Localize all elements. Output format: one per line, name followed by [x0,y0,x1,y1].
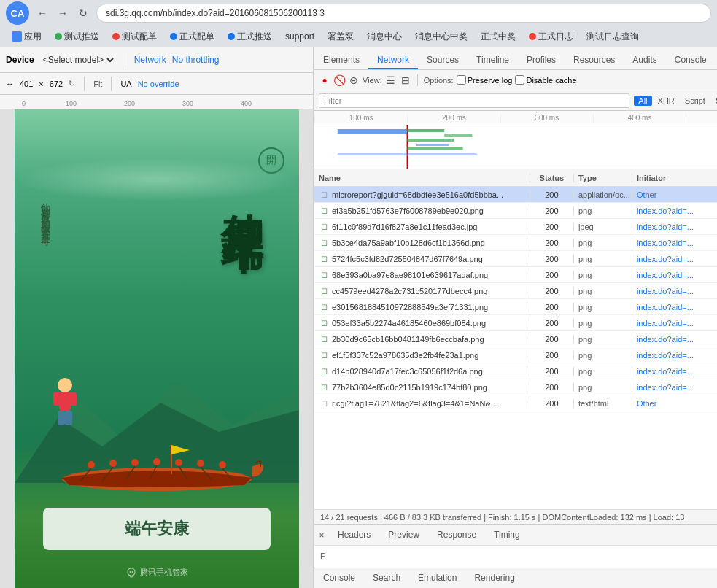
filter-all[interactable]: All [634,96,651,106]
filter-style[interactable]: Style [711,96,717,106]
refresh-button[interactable]: ↻ [74,4,92,22]
bookmark-test-log[interactable]: 测试日志查询 [581,29,645,45]
bookmarks-bar: 应用 测试推送 测试配单 正式配单 正式推送 support 署盖泵 消息中心 … [0,26,717,47]
detail-panel: × Headers Preview Response Timing F [314,524,717,568]
bottom-tab-rendering[interactable]: Rendering [471,570,517,587]
table-row[interactable]: ◻ microreport?gjguid=68dbdfee3e516a0fd5b… [314,187,717,203]
bookmark-cover[interactable]: 署盖泵 [322,29,360,45]
table-row[interactable]: ◻ 6f11c0f89d7d16f827a8e1c11fead3ec.jpg 2… [314,219,717,235]
tab-console[interactable]: Console [666,52,716,69]
filter-input[interactable] [319,93,629,108]
table-row[interactable]: ◻ ef3a5b251fd5763e7f6008789eb9e020.png 2… [314,203,717,219]
row-status: 200 [530,206,574,215]
bookmark-formal-push[interactable]: 正式推送 [222,29,278,45]
device-toolbar2: ↔ 401 × 672 ↻ Fit UA No override [0,73,313,95]
start-button[interactable]: 端午安康 [43,508,271,550]
row-name: r.cgi?flag1=7821&flag2=6&flag3=4&1=NaN&.… [332,399,497,408]
row-type: png [574,239,632,247]
table-row[interactable]: ◻ e3015681884510972888549a3ef71331.png 2… [314,299,717,315]
table-row[interactable]: ◻ 2b30d9c65cb16bb0481149fb6eccbafa.png 2… [314,331,717,347]
view-label: View: [363,76,382,85]
bookmark-formal-prize[interactable]: 正式中奖 [475,29,522,45]
throttle-button[interactable]: No throttling [172,55,220,65]
preserve-log-label[interactable]: Preserve log [457,75,513,85]
list-view-icon[interactable]: ☰ [385,74,397,86]
bookmark-msg-center[interactable]: 消息中心 [361,29,408,45]
timeline-chart [314,125,717,169]
table-row[interactable]: ◻ 5b3ce4da75a9abf10b128d6cf1b1366d.png 2… [314,235,717,251]
bookmark-msg-prize[interactable]: 消息中心中奖 [409,29,473,45]
toolbar-separator2 [417,74,418,86]
phone-frame: 開 伙刘雄舟黄遨癌神肉粽佩驱香五囊毒 仲夏端午 [15,109,299,588]
disable-cache-label[interactable]: Disable cache [515,75,576,85]
row-status: 200 [530,271,574,279]
bookmark-formal-log[interactable]: 正式日志 [523,29,579,45]
file-type-icon: ◻ [319,318,329,328]
tab-network[interactable]: Network [368,52,418,69]
timeline-area: 100 ms 200 ms 300 ms 400 ms 500 m [314,111,717,169]
address-bar[interactable]: sdi.3g.qq.com/nb/index.do?aid=2016060815… [96,4,711,23]
festival-content: 開 伙刘雄舟黄遨癌神肉粽佩驱香五囊毒 仲夏端午 [15,109,299,588]
filter-script[interactable]: Script [681,96,710,106]
bookmark-test-push[interactable]: 测试推送 [49,29,105,45]
timeline-500ms: 500 m [686,114,717,122]
tab-elements[interactable]: Elements [314,52,368,69]
filter-xhr[interactable]: XHR [654,96,679,106]
bottom-tab-search[interactable]: Search [370,570,403,587]
bottom-tab-console[interactable]: Console [320,570,358,587]
record-icon[interactable]: ● [319,74,330,86]
filter-icon[interactable]: ⊝ [348,74,360,86]
clear-icon[interactable]: 🚫 [333,74,345,86]
table-row[interactable]: ◻ d14b028940d7a17fec3c65056f1f2d6a.png 2… [314,363,717,379]
detail-tabs: × Headers Preview Response Timing [314,525,717,546]
rotate-icon[interactable]: ↔ [6,80,14,88]
bookmark-support[interactable]: support [279,30,320,43]
tree-view-icon[interactable]: ⊟ [400,74,411,86]
row-initiator: index.do?aid=... [632,206,717,215]
tab-profiles[interactable]: Profiles [518,52,565,69]
tab-resources[interactable]: Resources [565,52,624,69]
detail-tab-response[interactable]: Response [428,527,485,544]
file-type-icon: ◻ [319,286,329,296]
tab-sources[interactable]: Sources [418,52,468,69]
row-initiator: index.do?aid=... [632,303,717,312]
table-row[interactable]: ◻ 68e393a0ba97e8ae98101e639617adaf.png 2… [314,267,717,283]
svg-point-8 [197,460,204,467]
bookmark-apps[interactable]: 应用 [6,29,47,45]
row-status: 200 [530,351,574,360]
bookmark-test-single[interactable]: 测试配单 [106,29,163,45]
row-type: png [574,351,632,360]
tab-audits[interactable]: Audits [624,52,665,69]
disable-cache-checkbox[interactable] [515,75,524,85]
svg-point-25 [129,571,131,573]
table-row[interactable]: ◻ 77b2b3604e85d0c2115b1919c174bf80.png 2… [314,379,717,395]
table-row[interactable]: ◻ cc4579eed4278a2c731c520177dbecc4.png 2… [314,283,717,299]
device-model-select[interactable]: <Select model> [40,54,116,66]
row-type: png [574,335,632,344]
bookmark-formal-single[interactable]: 正式配单 [164,29,220,45]
refresh-icon[interactable]: ↻ [69,79,75,88]
svg-point-7 [175,459,182,466]
detail-close-button[interactable]: × [314,528,329,543]
table-row[interactable]: ◻ 053ef33a5b2274a46185460e869bf084.png 2… [314,315,717,331]
file-type-icon: ◻ [319,334,329,344]
table-row[interactable]: ◻ 5724fc5c3fd82d725504847d67f7649a.png 2… [314,251,717,267]
detail-tab-preview[interactable]: Preview [379,527,428,544]
network-button[interactable]: Network [134,55,166,65]
row-name: 77b2b3604e85d0c2115b1919c174bf80.png [332,383,487,392]
browser-topbar: CA ← → ↻ sdi.3g.qq.com/nb/index.do?aid=2… [0,0,717,26]
table-row[interactable]: ◻ r.cgi?flag1=7821&flag2=6&flag3=4&1=NaN… [314,395,717,411]
back-button[interactable]: ← [34,4,51,22]
preserve-log-checkbox[interactable] [457,75,466,85]
tab-timeline[interactable]: Timeline [468,52,518,69]
svg-rect-20 [59,392,71,411]
forward-button[interactable]: → [54,4,71,22]
detail-tab-headers[interactable]: Headers [329,527,379,544]
table-row[interactable]: ◻ ef1f5f337c52a978635d3e2fb4fe23a1.png 2… [314,347,717,363]
override-button[interactable]: No override [138,80,179,88]
fit-button[interactable]: Fit [93,80,102,88]
detail-tab-timing[interactable]: Timing [485,527,529,544]
file-type-icon: ◻ [319,270,329,280]
bottom-tab-emulation[interactable]: Emulation [415,570,460,587]
size-width: 401 [20,80,33,88]
